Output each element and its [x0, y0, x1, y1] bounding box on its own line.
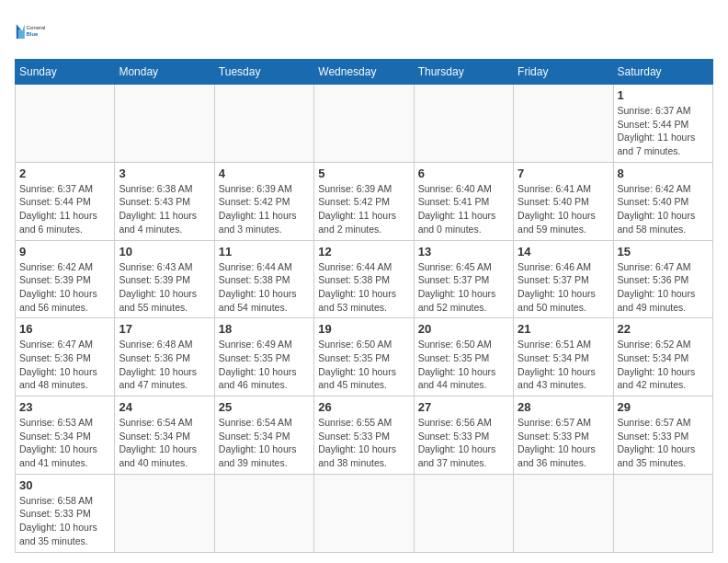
- calendar-cell: [16, 85, 115, 163]
- calendar-cell: 28Sunrise: 6:57 AM Sunset: 5:33 PM Dayli…: [514, 396, 613, 475]
- day-info: Sunrise: 6:55 AM Sunset: 5:33 PM Dayligh…: [318, 416, 409, 470]
- day-number: 16: [19, 322, 110, 336]
- day-info: Sunrise: 6:40 AM Sunset: 5:41 PM Dayligh…: [418, 182, 509, 236]
- day-info: Sunrise: 6:57 AM Sunset: 5:33 PM Dayligh…: [618, 416, 709, 470]
- day-number: 8: [618, 167, 709, 180]
- day-info: Sunrise: 6:52 AM Sunset: 5:34 PM Dayligh…: [618, 338, 709, 392]
- day-info: Sunrise: 6:56 AM Sunset: 5:33 PM Dayligh…: [418, 416, 509, 470]
- calendar-week-row: 2Sunrise: 6:37 AM Sunset: 5:44 PM Daylig…: [16, 162, 713, 240]
- calendar-cell: [613, 474, 712, 552]
- day-number: 3: [119, 167, 210, 180]
- day-header: Thursday: [414, 60, 513, 85]
- day-number: 24: [119, 400, 210, 414]
- calendar-cell: [214, 474, 313, 552]
- day-number: 20: [418, 322, 509, 336]
- day-number: 6: [418, 167, 509, 180]
- day-number: 13: [418, 245, 509, 259]
- calendar-header-row: SundayMondayTuesdayWednesdayThursdayFrid…: [16, 60, 713, 85]
- calendar-week-row: 30Sunrise: 6:58 AM Sunset: 5:33 PM Dayli…: [16, 474, 713, 552]
- calendar-cell: 1Sunrise: 6:37 AM Sunset: 5:44 PM Daylig…: [613, 85, 712, 163]
- calendar-cell: [115, 85, 214, 163]
- calendar-cell: [314, 474, 414, 552]
- calendar-cell: 11Sunrise: 6:44 AM Sunset: 5:38 PM Dayli…: [214, 240, 313, 318]
- day-number: 15: [618, 245, 709, 259]
- page-header: GeneralBlue: [15, 15, 713, 48]
- day-info: Sunrise: 6:37 AM Sunset: 5:44 PM Dayligh…: [618, 104, 709, 158]
- logo: GeneralBlue: [15, 15, 48, 48]
- calendar-cell: 7Sunrise: 6:41 AM Sunset: 5:40 PM Daylig…: [514, 162, 613, 240]
- calendar-cell: 9Sunrise: 6:42 AM Sunset: 5:39 PM Daylig…: [16, 240, 115, 318]
- day-info: Sunrise: 6:47 AM Sunset: 5:36 PM Dayligh…: [618, 260, 709, 315]
- calendar-cell: 25Sunrise: 6:54 AM Sunset: 5:34 PM Dayli…: [214, 396, 313, 475]
- day-number: 7: [518, 167, 609, 180]
- day-number: 14: [518, 245, 609, 259]
- calendar-cell: 6Sunrise: 6:40 AM Sunset: 5:41 PM Daylig…: [414, 162, 513, 240]
- calendar-cell: 29Sunrise: 6:57 AM Sunset: 5:33 PM Dayli…: [613, 396, 712, 475]
- calendar-week-row: 1Sunrise: 6:37 AM Sunset: 5:44 PM Daylig…: [16, 85, 713, 163]
- svg-text:Blue: Blue: [27, 31, 39, 37]
- calendar-cell: 17Sunrise: 6:48 AM Sunset: 5:36 PM Dayli…: [115, 318, 214, 396]
- day-number: 18: [219, 322, 310, 336]
- calendar-cell: 15Sunrise: 6:47 AM Sunset: 5:36 PM Dayli…: [613, 240, 712, 318]
- day-number: 2: [19, 167, 110, 180]
- day-info: Sunrise: 6:50 AM Sunset: 5:35 PM Dayligh…: [318, 338, 409, 392]
- day-number: 28: [518, 400, 609, 414]
- day-info: Sunrise: 6:47 AM Sunset: 5:36 PM Dayligh…: [19, 338, 110, 392]
- day-info: Sunrise: 6:53 AM Sunset: 5:34 PM Dayligh…: [19, 416, 110, 470]
- day-number: 27: [418, 400, 509, 414]
- day-header: Wednesday: [314, 60, 414, 85]
- day-header: Saturday: [613, 60, 712, 85]
- day-number: 21: [518, 322, 609, 336]
- calendar-cell: 14Sunrise: 6:46 AM Sunset: 5:37 PM Dayli…: [514, 240, 613, 318]
- calendar-cell: 2Sunrise: 6:37 AM Sunset: 5:44 PM Daylig…: [16, 162, 115, 240]
- calendar-cell: [414, 85, 513, 163]
- day-header: Tuesday: [214, 60, 313, 85]
- day-info: Sunrise: 6:37 AM Sunset: 5:44 PM Dayligh…: [19, 182, 110, 236]
- calendar-cell: 16Sunrise: 6:47 AM Sunset: 5:36 PM Dayli…: [16, 318, 115, 396]
- day-number: 29: [618, 400, 709, 414]
- day-number: 9: [19, 245, 110, 259]
- day-header: Sunday: [16, 60, 115, 85]
- calendar-cell: 8Sunrise: 6:42 AM Sunset: 5:40 PM Daylig…: [613, 162, 712, 240]
- calendar-cell: 10Sunrise: 6:43 AM Sunset: 5:39 PM Dayli…: [115, 240, 214, 318]
- day-header: Monday: [115, 60, 214, 85]
- day-info: Sunrise: 6:50 AM Sunset: 5:35 PM Dayligh…: [418, 338, 509, 392]
- logo-icon: GeneralBlue: [15, 15, 48, 48]
- calendar-cell: 3Sunrise: 6:38 AM Sunset: 5:43 PM Daylig…: [115, 162, 214, 240]
- day-info: Sunrise: 6:51 AM Sunset: 5:34 PM Dayligh…: [518, 338, 609, 392]
- calendar-cell: 27Sunrise: 6:56 AM Sunset: 5:33 PM Dayli…: [414, 396, 513, 475]
- day-info: Sunrise: 6:42 AM Sunset: 5:39 PM Dayligh…: [19, 260, 110, 315]
- day-info: Sunrise: 6:48 AM Sunset: 5:36 PM Dayligh…: [119, 338, 210, 392]
- day-info: Sunrise: 6:54 AM Sunset: 5:34 PM Dayligh…: [219, 416, 310, 470]
- day-number: 19: [318, 322, 409, 336]
- calendar-cell: [414, 474, 513, 552]
- day-info: Sunrise: 6:54 AM Sunset: 5:34 PM Dayligh…: [119, 416, 210, 470]
- day-info: Sunrise: 6:57 AM Sunset: 5:33 PM Dayligh…: [518, 416, 609, 470]
- calendar-cell: 4Sunrise: 6:39 AM Sunset: 5:42 PM Daylig…: [214, 162, 313, 240]
- calendar-cell: 18Sunrise: 6:49 AM Sunset: 5:35 PM Dayli…: [214, 318, 313, 396]
- day-info: Sunrise: 6:39 AM Sunset: 5:42 PM Dayligh…: [318, 182, 409, 236]
- day-info: Sunrise: 6:38 AM Sunset: 5:43 PM Dayligh…: [119, 182, 210, 236]
- calendar-cell: [514, 474, 613, 552]
- svg-marker-1: [19, 24, 25, 39]
- day-number: 11: [219, 245, 310, 259]
- day-number: 4: [219, 167, 310, 180]
- calendar-cell: 5Sunrise: 6:39 AM Sunset: 5:42 PM Daylig…: [314, 162, 414, 240]
- day-info: Sunrise: 6:44 AM Sunset: 5:38 PM Dayligh…: [219, 260, 310, 315]
- calendar-cell: 19Sunrise: 6:50 AM Sunset: 5:35 PM Dayli…: [314, 318, 414, 396]
- day-info: Sunrise: 6:41 AM Sunset: 5:40 PM Dayligh…: [518, 182, 609, 236]
- day-header: Friday: [514, 60, 613, 85]
- calendar-cell: 26Sunrise: 6:55 AM Sunset: 5:33 PM Dayli…: [314, 396, 414, 475]
- day-number: 1: [618, 88, 709, 102]
- calendar-week-row: 16Sunrise: 6:47 AM Sunset: 5:36 PM Dayli…: [16, 318, 713, 396]
- day-number: 5: [318, 167, 409, 180]
- day-number: 26: [318, 400, 409, 414]
- calendar-cell: [115, 474, 214, 552]
- calendar-cell: 22Sunrise: 6:52 AM Sunset: 5:34 PM Dayli…: [613, 318, 712, 396]
- day-info: Sunrise: 6:44 AM Sunset: 5:38 PM Dayligh…: [318, 260, 409, 315]
- calendar-cell: 20Sunrise: 6:50 AM Sunset: 5:35 PM Dayli…: [414, 318, 513, 396]
- day-number: 25: [219, 400, 310, 414]
- calendar-week-row: 23Sunrise: 6:53 AM Sunset: 5:34 PM Dayli…: [16, 396, 713, 475]
- calendar-cell: 30Sunrise: 6:58 AM Sunset: 5:33 PM Dayli…: [16, 474, 115, 552]
- day-number: 30: [19, 478, 110, 492]
